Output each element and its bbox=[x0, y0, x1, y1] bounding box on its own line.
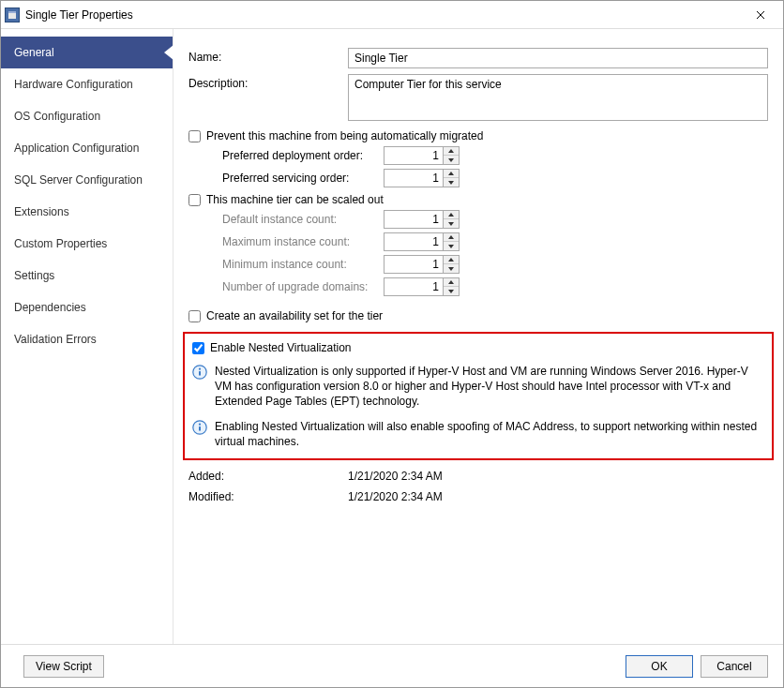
max-instance-up bbox=[444, 233, 459, 242]
scale-out-label[interactable]: This machine tier can be scaled out bbox=[206, 193, 384, 206]
info-icon bbox=[192, 365, 207, 380]
default-instance-down bbox=[444, 219, 459, 228]
description-textarea[interactable]: Computer Tier for this service bbox=[348, 74, 768, 121]
max-instance-stepper bbox=[384, 232, 444, 251]
prevent-migrate-checkbox[interactable] bbox=[188, 130, 201, 142]
preferred-deploy-up[interactable] bbox=[444, 147, 459, 156]
name-input[interactable] bbox=[348, 48, 768, 68]
chevron-down-icon bbox=[448, 222, 454, 226]
chevron-down-icon bbox=[448, 290, 454, 293]
preferred-deploy-stepper[interactable] bbox=[384, 146, 444, 165]
upgrade-domains-label: Number of upgrade domains: bbox=[222, 280, 384, 293]
sidebar-item-custom-properties[interactable]: Custom Properties bbox=[1, 228, 173, 260]
preferred-service-down[interactable] bbox=[444, 178, 459, 187]
ok-button[interactable]: OK bbox=[626, 655, 693, 678]
app-icon bbox=[5, 7, 20, 22]
preferred-deploy-label: Preferred deployment order: bbox=[222, 149, 384, 162]
chevron-up-icon bbox=[448, 172, 454, 175]
preferred-service-up[interactable] bbox=[444, 170, 459, 178]
sidebar: General Hardware Configuration OS Config… bbox=[1, 29, 173, 644]
nested-virt-label[interactable]: Enable Nested Virtualization bbox=[210, 341, 352, 354]
chevron-up-icon bbox=[448, 235, 454, 239]
view-script-button[interactable]: View Script bbox=[23, 655, 104, 678]
sidebar-item-application[interactable]: Application Configuration bbox=[1, 132, 173, 164]
main-panel: Name: Description: Computer Tier for thi… bbox=[173, 29, 783, 644]
sidebar-item-os[interactable]: OS Configuration bbox=[1, 100, 173, 132]
sidebar-item-dependencies[interactable]: Dependencies bbox=[1, 292, 173, 323]
added-value: 1/21/2020 2:34 AM bbox=[348, 468, 443, 483]
sidebar-item-general[interactable]: General bbox=[1, 37, 173, 68]
preferred-service-label: Preferred servicing order: bbox=[222, 172, 384, 185]
sidebar-item-extensions[interactable]: Extensions bbox=[1, 196, 173, 228]
sidebar-item-settings[interactable]: Settings bbox=[1, 260, 173, 292]
close-icon bbox=[756, 10, 765, 20]
min-instance-down bbox=[444, 264, 459, 273]
upgrade-domains-stepper bbox=[384, 277, 444, 296]
nested-virt-checkbox[interactable] bbox=[192, 342, 204, 354]
chevron-up-icon bbox=[448, 149, 454, 153]
info-icon bbox=[192, 420, 207, 435]
max-instance-label: Maximum instance count: bbox=[222, 235, 384, 248]
svg-rect-4 bbox=[8, 11, 16, 13]
added-label: Added: bbox=[188, 468, 348, 483]
min-instance-up bbox=[444, 256, 459, 264]
dialog-window: Single Tier Properties General Hardware … bbox=[0, 0, 784, 688]
upgrade-domains-up bbox=[444, 278, 459, 287]
description-label: Description: bbox=[188, 74, 348, 90]
name-label: Name: bbox=[188, 48, 348, 64]
chevron-down-icon bbox=[448, 181, 454, 185]
nested-virt-info2: Enabling Nested Virtualization will also… bbox=[215, 419, 764, 449]
chevron-down-icon bbox=[448, 245, 454, 248]
default-instance-stepper bbox=[384, 210, 444, 229]
chevron-up-icon bbox=[448, 213, 454, 217]
dialog-footer: View Script OK Cancel bbox=[1, 644, 783, 687]
sidebar-item-hardware[interactable]: Hardware Configuration bbox=[1, 68, 173, 100]
nested-virtualization-highlight: Enable Nested Virtualization Nested Virt… bbox=[183, 332, 774, 460]
default-instance-up bbox=[444, 211, 459, 219]
sidebar-item-validation-errors[interactable]: Validation Errors bbox=[1, 323, 173, 355]
max-instance-down bbox=[444, 242, 459, 250]
chevron-down-icon bbox=[448, 158, 454, 162]
scale-out-checkbox[interactable] bbox=[188, 194, 201, 206]
modified-value: 1/21/2020 2:34 AM bbox=[348, 488, 443, 503]
nested-virt-info1: Nested Virtualization is only supported … bbox=[215, 364, 764, 410]
cancel-button[interactable]: Cancel bbox=[701, 655, 768, 678]
min-instance-label: Minimum instance count: bbox=[222, 258, 384, 271]
preferred-deploy-down[interactable] bbox=[444, 156, 459, 164]
sidebar-item-sqlserver[interactable]: SQL Server Configuration bbox=[1, 164, 173, 196]
preferred-service-stepper[interactable] bbox=[384, 169, 444, 187]
close-button[interactable] bbox=[742, 2, 779, 28]
default-instance-label: Default instance count: bbox=[222, 213, 384, 226]
window-title: Single Tier Properties bbox=[25, 8, 742, 22]
prevent-migrate-label[interactable]: Prevent this machine from being automati… bbox=[206, 129, 483, 142]
chevron-down-icon bbox=[448, 267, 454, 271]
chevron-up-icon bbox=[448, 258, 454, 262]
availability-set-label[interactable]: Create an availability set for the tier bbox=[206, 309, 383, 322]
chevron-up-icon bbox=[448, 280, 454, 284]
dialog-body: General Hardware Configuration OS Config… bbox=[1, 29, 783, 644]
upgrade-domains-down bbox=[444, 287, 459, 295]
modified-label: Modified: bbox=[188, 488, 348, 503]
min-instance-stepper bbox=[384, 255, 444, 274]
availability-set-checkbox[interactable] bbox=[188, 310, 201, 322]
titlebar: Single Tier Properties bbox=[1, 1, 783, 29]
